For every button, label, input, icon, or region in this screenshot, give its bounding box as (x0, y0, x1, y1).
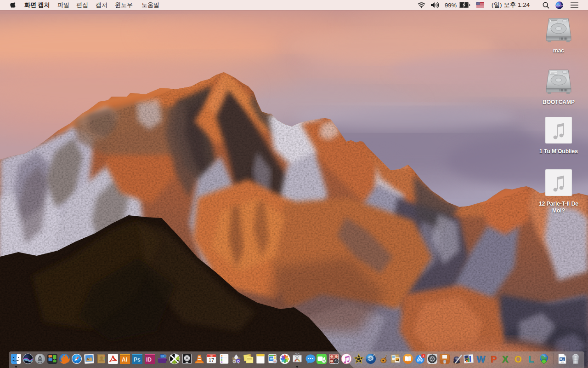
svg-text:O: O (514, 354, 522, 364)
svg-text:4: 4 (423, 355, 424, 357)
svg-text:17: 17 (209, 357, 214, 363)
svg-text:L: L (528, 354, 534, 364)
svg-text:W: W (477, 354, 486, 364)
svg-text:JPG: JPG (561, 362, 564, 363)
svg-text:Q: Q (237, 359, 239, 363)
svg-text:Web: Web (270, 358, 273, 360)
svg-text:P: P (491, 354, 497, 364)
svg-text:ID: ID (146, 356, 152, 363)
svg-text:Plan: Plan (249, 354, 252, 356)
svg-text:Ps: Ps (134, 356, 141, 363)
svg-text:6월: 6월 (210, 355, 213, 357)
svg-text:X: X (502, 354, 509, 364)
svg-text:Ai: Ai (122, 356, 127, 363)
